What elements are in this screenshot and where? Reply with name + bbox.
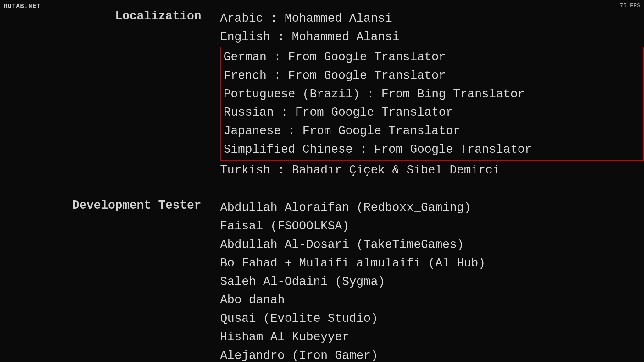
development-tester-label: Development Tester: [0, 199, 220, 362]
dev-tester-entry-0: Abdullah Aloraifan (Redboxx_Gaming): [220, 199, 644, 217]
localization-section: Localization Arabic : Mohammed Alansi En…: [0, 3, 644, 186]
localization-entry-arabic: Arabic : Mohammed Alansi: [220, 9, 644, 28]
dev-tester-entry-2: Abdullah Al-Dosari (TakeTimeGames): [220, 236, 644, 254]
dev-tester-entry-3: Bo Fahad + Mulaifi almulaifi (Al Hub): [220, 254, 644, 273]
localization-highlighted-block: German : From Google Translator French :…: [220, 47, 644, 161]
dev-tester-entry-1: Faisal (FSOOOLKSA): [220, 217, 644, 236]
dev-tester-entry-5: Abo danah: [220, 291, 644, 310]
localization-entry-french: French : From Google Translator: [224, 67, 641, 85]
main-content: Localization Arabic : Mohammed Alansi En…: [0, 0, 644, 362]
dev-tester-entry-8: Alejandro (Iron Gamer): [220, 347, 644, 362]
localization-entry-simplified-chinese: Simplified Chinese : From Google Transla…: [224, 140, 641, 159]
localization-entry-portuguese: Portuguese (Brazil) : From Bing Translat…: [224, 85, 641, 104]
development-tester-section: Development Tester Abdullah Aloraifan (R…: [0, 186, 644, 362]
localization-content: Arabic : Mohammed Alansi English : Moham…: [220, 9, 644, 180]
localization-entry-russian: Russian : From Google Translator: [224, 103, 641, 122]
localization-entry-german: German : From Google Translator: [224, 48, 641, 67]
localization-entry-turkish: Turkish : Bahadır Çiçek & Sibel Demirci: [220, 161, 644, 180]
localization-entry-english: English : Mohammed Alansi: [220, 28, 644, 47]
dev-tester-entry-4: Saleh Al-Odaini (Sygma): [220, 273, 644, 291]
localization-label: Localization: [0, 9, 220, 180]
dev-tester-entry-7: Hisham Al-Kubeyyer: [220, 328, 644, 347]
development-tester-content: Abdullah Aloraifan (Redboxx_Gaming)Faisa…: [220, 199, 644, 362]
dev-tester-entry-6: Qusai (Evolite Studio): [220, 310, 644, 328]
localization-entry-japanese: Japanese : From Google Translator: [224, 122, 641, 140]
